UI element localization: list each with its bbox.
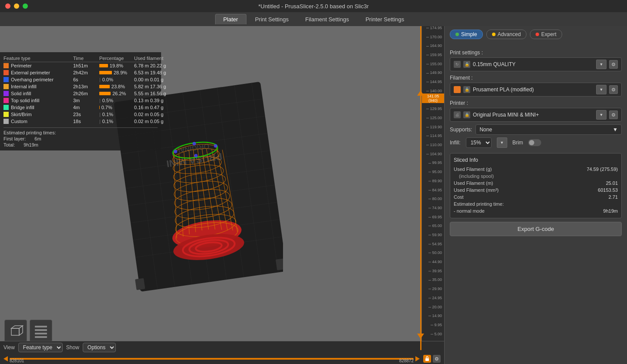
view-label: View	[3, 344, 15, 351]
simple-mode-button[interactable]: Simple	[450, 30, 483, 39]
ruler-mark: 110.00	[426, 143, 443, 147]
view-select[interactable]: Feature type	[18, 343, 63, 352]
show-selector[interactable]: Options	[83, 343, 116, 352]
sliced-filament-m-value: 25.01	[606, 180, 618, 186]
tab-plater[interactable]: Plater	[215, 14, 246, 24]
print-settings-gear[interactable]: ⚙	[609, 60, 618, 69]
infill-label: Infill:	[450, 140, 461, 146]
slider-left-value: 828101	[10, 358, 24, 363]
slider-handle-bottom[interactable]	[417, 334, 424, 339]
printer-label: Printer :	[450, 100, 622, 106]
est-label: Estimated printing times:	[3, 130, 56, 135]
right-panel-content: Print settings : ↻ 🔒 0.15mm QUALITY ▼ ⚙ …	[445, 43, 627, 364]
stats-row: Internal infill2h13m23.8%5.82 m 17.36 g	[3, 83, 158, 90]
svg-rect-59	[35, 329, 47, 331]
header-filament: Used filament	[134, 56, 173, 61]
ruler-mark: 50.00	[428, 251, 443, 255]
minimize-button[interactable]	[14, 3, 19, 9]
ruler-mark: 125.00	[426, 116, 443, 120]
ruler-mark: 39.95	[428, 269, 443, 273]
feature-color-swatch	[3, 119, 9, 124]
feature-time: 2h13m	[73, 84, 99, 89]
brim-label: Brim	[512, 140, 523, 146]
show-select[interactable]: Options	[83, 343, 116, 352]
feature-filament: 6.53 m 19.48 g	[134, 70, 173, 75]
feature-name-text: Custom	[11, 119, 27, 124]
vertical-slider-track[interactable]	[420, 26, 421, 350]
supports-chevron: ▼	[613, 127, 618, 133]
pct-text: 26.2%	[112, 91, 126, 96]
pct-bar	[99, 71, 112, 74]
tab-filament-settings[interactable]: Filament Settings	[297, 14, 357, 24]
settings-button[interactable]: ⚙	[433, 355, 441, 363]
ruler-mark: 20.00	[428, 305, 443, 309]
viewport-area[interactable]: Feature type Time Percentage Used filame…	[0, 26, 444, 364]
close-button[interactable]	[5, 3, 10, 9]
advanced-mode-button[interactable]: Advanced	[486, 30, 526, 39]
printer-dropdown[interactable]: ▼	[596, 110, 607, 120]
feature-name-text: Internal infill	[11, 84, 37, 89]
lock-button[interactable]	[423, 355, 431, 363]
expert-mode-label: Expert	[541, 31, 556, 37]
stats-row: Perimeter1h51m19.8%6.78 m 20.22 g	[3, 62, 158, 69]
total-value: 9h19m	[24, 142, 38, 147]
expert-mode-button[interactable]: Expert	[530, 30, 562, 39]
infill-dropdown-btn[interactable]: ▼	[497, 137, 507, 148]
sliced-cost-label: Cost	[454, 194, 464, 200]
feature-name-text: Skirt/Brim	[11, 112, 32, 117]
ruler-mark: 24.95	[428, 296, 443, 300]
ruler-mark: 140.00	[426, 89, 443, 93]
feature-filament: 6.78 m 20.22 g	[134, 63, 173, 68]
window-controls[interactable]	[5, 3, 28, 9]
filament-gear[interactable]: ⚙	[609, 85, 618, 94]
simple-mode-label: Simple	[461, 31, 477, 37]
horizontal-slider-track[interactable]: 828101 828872	[10, 358, 414, 360]
first-layer-label: First layer:	[3, 136, 26, 141]
tab-printer-settings[interactable]: Printer Settings	[357, 14, 412, 24]
slider-right-value: 828872	[399, 358, 414, 363]
sliced-time-normal-label: - normal mode	[454, 208, 485, 214]
feature-filament: 0.02 m 0.05 g	[134, 112, 173, 117]
lock-icon-small: 🔒	[463, 61, 470, 68]
tab-print-settings[interactable]: Print Settings	[247, 14, 297, 24]
sliced-info-title: Sliced Info	[454, 157, 618, 163]
layer-view-button[interactable]	[30, 320, 52, 342]
ruler-mark: 65.00	[428, 224, 443, 228]
3d-view-button[interactable]	[4, 320, 27, 342]
feature-pct: |0.5%	[99, 98, 134, 103]
feature-pct: 26.2%	[99, 91, 134, 96]
svg-rect-62	[425, 358, 429, 361]
filament-dropdown[interactable]: ▼	[596, 85, 607, 94]
view-selector[interactable]: Feature type	[18, 343, 63, 352]
ruler-mark: 104.90	[426, 152, 443, 156]
infill-select[interactable]: 15%	[466, 137, 492, 148]
simple-mode-dot	[455, 33, 459, 36]
printer-gear[interactable]: ⚙	[609, 110, 618, 119]
feature-color-swatch	[3, 63, 9, 68]
print-settings-dropdown[interactable]: ▼	[596, 60, 607, 69]
ruler-mark: 99.95	[428, 161, 443, 165]
sliced-time-header-row: Estimated printing time:	[454, 200, 618, 207]
ruler-mark: 114.95	[426, 134, 443, 138]
ruler-mark: 159.95	[426, 53, 443, 57]
view-icons	[4, 320, 52, 342]
ruler-mark: 164.90	[426, 44, 443, 48]
stats-rows: Perimeter1h51m19.8%6.78 m 20.22 gExterna…	[3, 62, 158, 125]
brim-toggle[interactable]	[528, 139, 541, 146]
ruler-mark: 84.95	[428, 188, 443, 192]
maximize-button[interactable]	[23, 3, 28, 9]
feature-time: 6s	[73, 77, 99, 82]
export-gcode-button[interactable]: Export G-code	[450, 222, 622, 236]
first-layer-value: 6m	[34, 136, 41, 141]
slider-left-arrow[interactable]	[3, 356, 8, 361]
supports-value: None	[479, 127, 492, 133]
pct-bar	[99, 85, 110, 88]
ruler-mark: 149.90	[426, 71, 443, 75]
printer-lock-icon: 🔒	[463, 111, 470, 118]
supports-dropdown[interactable]: None ▼	[475, 124, 622, 135]
ruler: 174.95170.00164.90159.95155.00149.90144.…	[421, 26, 444, 350]
slider-right-arrow[interactable]	[415, 356, 420, 361]
pct-text: 0.5%	[102, 98, 113, 103]
printer-value: Original Prusa MINI & MINI+	[473, 112, 593, 118]
slider-handle-top[interactable]	[417, 90, 424, 96]
